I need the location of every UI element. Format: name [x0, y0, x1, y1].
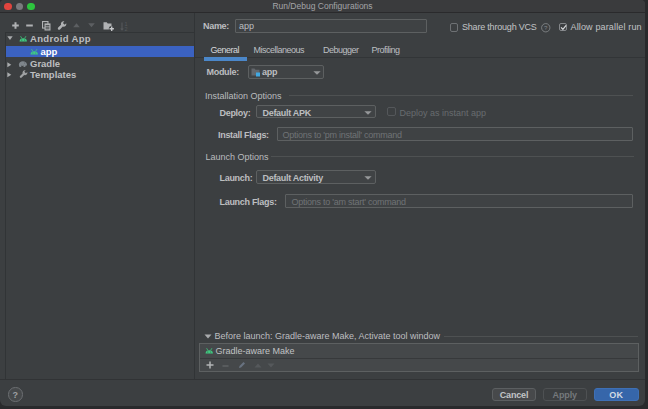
svg-text:?: ? [544, 24, 548, 31]
